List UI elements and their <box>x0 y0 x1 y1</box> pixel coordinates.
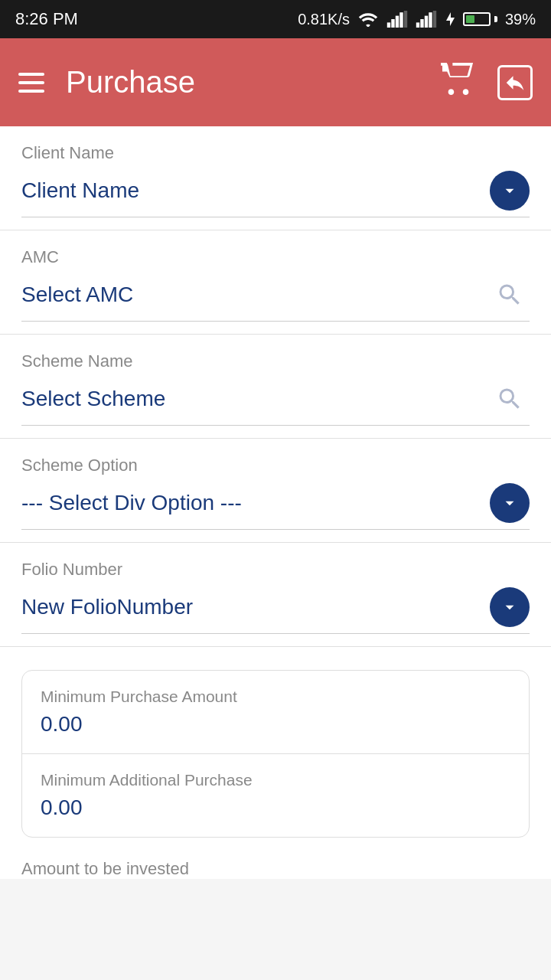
network-speed: 0.81K/s <box>298 11 350 28</box>
scheme-option-dropdown-button[interactable] <box>490 483 530 523</box>
svg-rect-9 <box>433 11 436 28</box>
form-content: Client Name Client Name AMC Select AMC S… <box>0 126 551 879</box>
client-name-value[interactable]: Client Name <box>21 178 139 203</box>
folio-number-value-row: New FolioNumber <box>21 587 530 634</box>
signal-icon-2 <box>416 11 437 28</box>
client-name-label: Client Name <box>21 143 530 163</box>
header-left: Purchase <box>18 65 195 100</box>
client-name-dropdown-button[interactable] <box>490 171 530 211</box>
info-card: Minimum Purchase Amount 0.00 Minimum Add… <box>21 670 530 838</box>
signal-icon <box>386 11 408 28</box>
scheme-option-label: Scheme Option <box>21 456 530 475</box>
min-additional-item: Minimum Additional Purchase 0.00 <box>22 753 529 837</box>
hamburger-menu-button[interactable] <box>18 73 44 93</box>
folio-number-label: Folio Number <box>21 560 530 580</box>
amc-label: AMC <box>21 247 530 267</box>
scheme-option-value-row: --- Select Div Option --- <box>21 483 530 530</box>
scheme-search-button[interactable] <box>490 379 530 419</box>
exit-button[interactable] <box>497 65 533 100</box>
page-title: Purchase <box>66 65 195 100</box>
header: Purchase <box>0 38 551 126</box>
status-bar: 8:26 PM 0.81K/s <box>0 0 551 38</box>
min-additional-label: Minimum Additional Purchase <box>41 771 510 789</box>
min-purchase-item: Minimum Purchase Amount 0.00 <box>22 671 529 753</box>
folio-number-value[interactable]: New FolioNumber <box>21 595 193 619</box>
scheme-name-value[interactable]: Select Scheme <box>21 387 165 411</box>
min-purchase-label: Minimum Purchase Amount <box>41 688 510 706</box>
folio-number-dropdown-button[interactable] <box>490 587 530 627</box>
amc-search-button[interactable] <box>490 275 530 315</box>
svg-rect-2 <box>396 16 399 28</box>
svg-rect-6 <box>420 19 423 28</box>
svg-rect-8 <box>429 12 432 28</box>
min-additional-value: 0.00 <box>41 795 510 820</box>
amc-value[interactable]: Select AMC <box>21 283 133 307</box>
scheme-option-value[interactable]: --- Select Div Option --- <box>21 491 242 515</box>
svg-rect-4 <box>404 11 407 28</box>
header-right <box>441 63 533 102</box>
svg-rect-7 <box>425 16 428 28</box>
svg-rect-3 <box>399 12 403 28</box>
scheme-name-value-row: Select Scheme <box>21 379 530 426</box>
scheme-name-label: Scheme Name <box>21 351 530 371</box>
svg-rect-0 <box>387 22 390 28</box>
charge-icon <box>445 11 455 28</box>
folio-number-field: Folio Number New FolioNumber <box>0 543 551 647</box>
cart-button[interactable] <box>441 63 476 102</box>
svg-rect-5 <box>416 22 419 28</box>
client-name-field: Client Name Client Name <box>0 126 551 230</box>
amc-value-row: Select AMC <box>21 275 530 322</box>
client-name-value-row: Client Name <box>21 171 530 217</box>
scheme-option-field: Scheme Option --- Select Div Option --- <box>0 439 551 543</box>
wifi-icon <box>357 11 379 27</box>
battery-icon <box>463 12 497 26</box>
svg-rect-1 <box>391 19 394 28</box>
amount-invested-label: Amount to be invested <box>0 838 551 879</box>
min-purchase-value: 0.00 <box>41 712 510 737</box>
status-bar-right: 0.81K/s <box>298 11 536 28</box>
battery-percent: 39% <box>505 11 536 28</box>
scheme-name-field: Scheme Name Select Scheme <box>0 335 551 439</box>
amc-field: AMC Select AMC <box>0 230 551 335</box>
time-display: 8:26 PM <box>15 9 78 29</box>
